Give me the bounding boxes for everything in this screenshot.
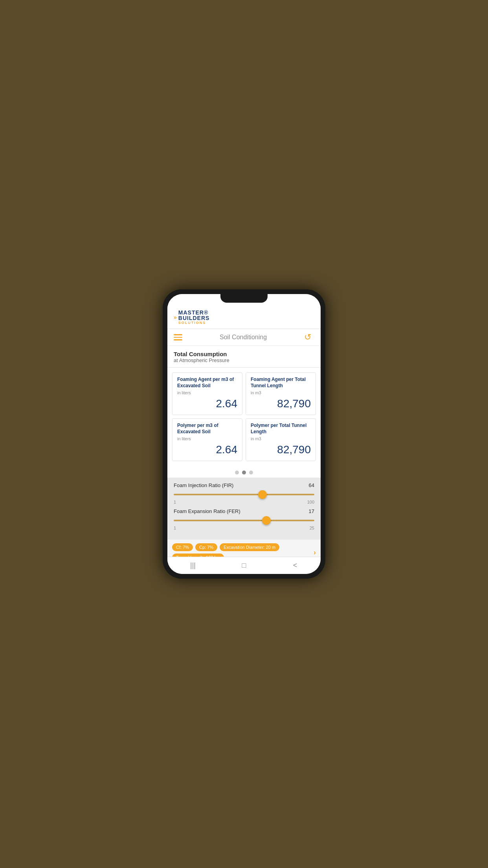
card-value-3: 2.64 [177,443,237,456]
card-foaming-agent-tunnel: Foaming Agent per Total Tunnel Length in… [246,372,316,415]
fer-slider-header: Foam Expansion Ratio (FER) 17 [174,508,314,514]
home-button[interactable]: □ [235,557,253,574]
fir-slider-value: 64 [309,482,314,488]
tag-diameter[interactable]: Excavation Diameter: 20 m [220,543,279,551]
dot-3[interactable] [249,471,253,474]
logo-bar: » MASTER® BUILDERS SOLUTIONS [167,306,321,329]
fir-slider-row: Foam Injection Ratio (FIR) 64 1 100 [174,482,314,504]
card-title-4: Polymer per Total Tunnel Length [251,423,311,435]
refresh-button[interactable]: ↺ [304,332,314,342]
card-unit-4: in m3 [251,436,311,441]
logo-container: » MASTER® BUILDERS SOLUTIONS [174,310,314,325]
fir-slider-thumb[interactable] [258,490,267,499]
card-polymer-m3: Polymer per m3 of Excavated Soil in lite… [172,418,242,461]
dot-2[interactable] [242,471,246,474]
card-polymer-tunnel: Polymer per Total Tunnel Length in m3 82… [246,418,316,461]
fir-slider-header: Foam Injection Ratio (FIR) 64 [174,482,314,488]
fir-range-row: 1 100 [174,500,314,504]
hamburger-line-1 [174,334,182,335]
logo-text: MASTER® BUILDERS SOLUTIONS [178,310,210,325]
fer-min-label: 1 [174,526,176,530]
logo-builders: BUILDERS [178,315,210,321]
card-unit-2: in m3 [251,390,311,395]
arrow-right-icon[interactable]: › [314,548,316,557]
fer-slider-thumb[interactable] [262,516,271,525]
fer-slider-container[interactable] [174,517,314,524]
menu-button[interactable] [174,334,182,340]
bottom-nav: ||| □ < [167,557,321,574]
tag-tunnel-length[interactable]: Tunnel Length: 100 km [172,554,224,557]
logo-master: MASTER® [178,310,210,315]
logo-solutions: SOLUTIONS [178,321,210,325]
card-value-2: 82,790 [251,397,311,410]
card-title-1: Foaming Agent per m3 of Excavated Soil [177,377,237,389]
logo-arrows-icon: » [174,314,177,320]
hamburger-line-2 [174,337,182,338]
hamburger-line-3 [174,339,182,340]
cards-area: Foaming Agent per m3 of Excavated Soil i… [167,368,321,466]
fir-min-label: 1 [174,500,176,504]
top-nav: Soil Conditioning ↺ [167,329,321,346]
page-dots [167,466,321,478]
phone-screen: » MASTER® BUILDERS SOLUTIONS Soil Condit… [167,294,321,574]
fer-max-label: 25 [310,526,314,530]
tags-container: Cf: 7% Cp: 7% Excavation Diameter: 20 m … [172,543,310,557]
dot-1[interactable] [235,471,239,474]
phone-frame: » MASTER® BUILDERS SOLUTIONS Soil Condit… [163,289,325,579]
fer-slider-track [174,520,314,521]
back-button[interactable]: < [286,557,304,574]
card-value-1: 2.64 [177,397,237,410]
section-header: Total Consumption at Atmospheric Pressur… [167,346,321,368]
fir-slider-track [174,494,314,495]
fir-slider-container[interactable] [174,491,314,498]
notch-bar [167,294,321,306]
card-unit-3: in liters [177,436,237,441]
recent-apps-button[interactable]: ||| [184,557,202,574]
card-value-4: 82,790 [251,443,311,456]
notch [220,294,268,303]
fer-slider-row: Foam Expansion Ratio (FER) 17 1 25 [174,508,314,530]
tag-cp[interactable]: Cp: 7% [195,543,217,551]
sliders-section: Foam Injection Ratio (FIR) 64 1 100 [167,478,321,539]
cards-grid: Foaming Agent per m3 of Excavated Soil i… [172,372,316,461]
fir-max-label: 100 [307,500,314,504]
card-foaming-agent-m3: Foaming Agent per m3 of Excavated Soil i… [172,372,242,415]
fer-slider-value: 17 [309,508,314,514]
section-subtitle: at Atmospheric Pressure [174,357,314,363]
fer-range-row: 1 25 [174,526,314,530]
fir-slider-label: Foam Injection Ratio (FIR) [174,482,233,488]
card-unit-1: in liters [177,390,237,395]
section-title: Total Consumption [174,351,314,357]
tag-cf[interactable]: Cf: 7% [172,543,193,551]
tags-section: Cf: 7% Cp: 7% Excavation Diameter: 20 m … [167,539,321,557]
fer-slider-label: Foam Expansion Ratio (FER) [174,508,240,514]
main-content: Total Consumption at Atmospheric Pressur… [167,346,321,557]
page-title: Soil Conditioning [220,334,267,341]
card-title-3: Polymer per m3 of Excavated Soil [177,423,237,435]
card-title-2: Foaming Agent per Total Tunnel Length [251,377,311,389]
